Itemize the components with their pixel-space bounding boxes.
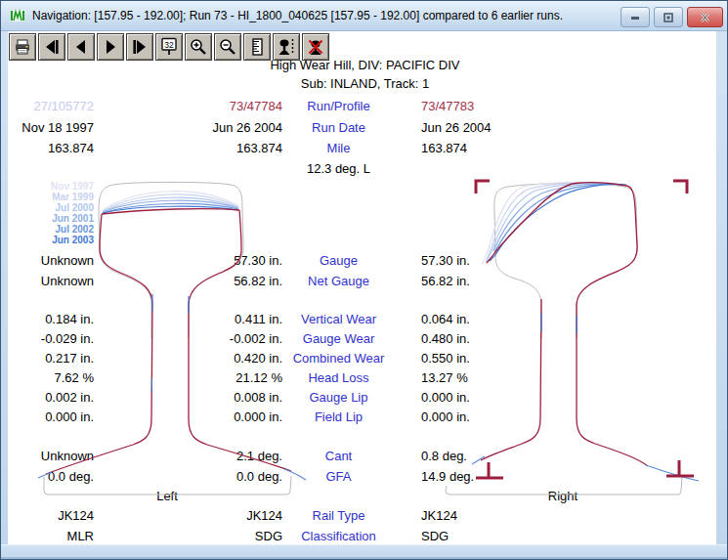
close-icon: [700, 13, 710, 22]
cant-label: Cant: [263, 449, 414, 463]
gauge-row: Unknown 57.30 in. Gauge 57.30 in.: [1, 253, 728, 271]
right-value: SDG: [421, 529, 587, 543]
milepost-sign-icon: 32: [159, 37, 179, 57]
legend-item: Jun 2001: [1, 213, 94, 224]
gauge-wear-row: -0.029 in. -0.002 in. Gauge Wear 0.480 i…: [1, 331, 728, 349]
left-value: 0.002 in.: [3, 390, 94, 405]
toolbar: 32: [9, 33, 331, 60]
legend-item: Jul 2002: [1, 224, 94, 235]
left-value: JK124: [3, 508, 94, 523]
ruler-button[interactable]: [243, 33, 271, 61]
field-lip-row: 0.000 in. 0.000 in. Field Lip 0.000 in.: [1, 409, 728, 427]
right-value: 0.550 in.: [421, 351, 587, 366]
zoom-out-icon: [219, 38, 236, 56]
arrow-right-icon: [102, 38, 119, 56]
minimize-button[interactable]: [621, 7, 650, 27]
step-last-button[interactable]: [126, 33, 153, 61]
left-value: 0.0 deg.: [3, 469, 94, 484]
arrow-left-icon: [72, 38, 90, 56]
left-value: MLR: [3, 529, 94, 543]
rail-type-row: JK124 JK124 Rail Type JK124: [1, 508, 728, 526]
middle-value: 0.000 in.: [138, 409, 282, 424]
middle-value: 0.411 in.: [138, 312, 282, 326]
corner-marker-top-right: [673, 181, 687, 194]
right-value: 56.82 in.: [421, 274, 587, 288]
left-value: 7.62 %: [3, 370, 94, 385]
window-border-left: [1, 1, 8, 559]
gauge-label: Gauge: [263, 253, 414, 268]
right-value: 0.000 in.: [421, 409, 587, 424]
right-mile: 163.874: [421, 141, 587, 155]
right-value: 13.27 %: [421, 370, 587, 385]
close-button[interactable]: [687, 7, 723, 27]
legend-item: Jul 2000: [1, 202, 94, 213]
legend-item: Jun 2003: [1, 235, 94, 245]
rail-measure-button[interactable]: [273, 33, 300, 61]
middle-value: 0.008 in.: [138, 390, 282, 405]
left-value: 0.184 in.: [3, 312, 94, 326]
vertical-wear-label: Vertical Wear: [263, 312, 414, 326]
rail-type-label: Rail Type: [263, 508, 414, 523]
window-title: Navigation: [157.95 - 192.00]; Run 73 - …: [32, 9, 563, 22]
restore-button[interactable]: [654, 7, 683, 27]
run-date-row: Nov 18 1997 Jun 26 2004 Run Date Jun 26 …: [1, 120, 728, 138]
location-subtitle: Sub: INLAND, Track: 1: [1, 76, 728, 94]
net-gauge-row: Unknown 56.82 in. Net Gauge 56.82 in.: [1, 274, 728, 291]
middle-value: 0.420 in.: [138, 351, 282, 366]
middle-value: 56.82 in.: [138, 274, 282, 288]
middle-value: SDG: [138, 529, 282, 543]
middle-value: 0.0 deg.: [138, 469, 282, 484]
oldest-run-id: 27/105772: [3, 99, 94, 113]
curvature-row: 12.3 deg. L: [1, 161, 728, 179]
left-value: -0.029 in.: [3, 331, 94, 346]
middle-mile: 163.874: [138, 141, 282, 155]
middle-value: -0.002 in.: [138, 331, 282, 346]
curvature-value: 12.3 deg. L: [263, 161, 414, 176]
gauge-lip-row: 0.002 in. 0.008 in. Gauge Lip 0.000 in.: [1, 390, 728, 408]
zoom-out-button[interactable]: [214, 33, 241, 61]
middle-value: JK124: [138, 508, 282, 523]
legend-item: Nov 1997: [1, 181, 94, 192]
run-profile-row: 27/105772 73/47784 Run/Profile 73/47783: [1, 99, 728, 116]
middle-value: 57.30 in.: [138, 253, 282, 268]
milepost-button[interactable]: 32: [155, 33, 183, 61]
run-profile-label: Run/Profile: [263, 99, 414, 113]
middle-run-date: Jun 26 2004: [138, 120, 282, 135]
field-lip-label: Field Lip: [263, 409, 414, 424]
right-value: 57.30 in.: [421, 253, 587, 268]
combined-wear-row: 0.217 in. 0.420 in. Combined Wear 0.550 …: [1, 351, 728, 368]
title-bar[interactable]: Navigation: [157.95 - 192.00]; Run 73 - …: [1, 1, 727, 31]
right-value: 14.9 deg.: [421, 469, 587, 484]
run-date-label: Run Date: [263, 120, 414, 135]
net-gauge-label: Net Gauge: [263, 274, 414, 288]
restore-icon: [663, 13, 674, 22]
left-value: Unknown: [3, 449, 94, 463]
gauge-wear-label: Gauge Wear: [263, 331, 414, 346]
left-value: Unknown: [3, 253, 94, 268]
right-run-date: Jun 26 2004: [421, 120, 587, 135]
cant-row: Unknown 2.1 deg. Cant 0.8 deg.: [1, 449, 728, 466]
zoom-in-icon: [190, 38, 207, 56]
left-rail-label: Left: [69, 489, 265, 506]
print-button[interactable]: [9, 33, 36, 61]
next-button[interactable]: [97, 33, 124, 61]
middle-value: 2.1 deg.: [138, 449, 282, 463]
left-value: 0.217 in.: [3, 351, 94, 366]
rail-delete-button[interactable]: [302, 33, 329, 61]
mile-row: 163.874 163.874 Mile 163.874: [1, 141, 728, 158]
left-value: 0.000 in.: [3, 409, 94, 424]
zoom-in-button[interactable]: [185, 33, 212, 61]
run-legend: Nov 1997 Mar 1999 Jul 2000 Jun 2001 Jul …: [1, 181, 94, 245]
middle-value: 21.12 %: [138, 370, 282, 385]
arrow-right-bar-icon: [131, 38, 149, 56]
previous-button[interactable]: [67, 33, 95, 61]
head-loss-row: 7.62 % 21.12 % Head Loss 13.27 %: [1, 370, 728, 388]
combined-wear-label: Combined Wear: [263, 351, 414, 366]
gauge-lip-label: Gauge Lip: [263, 390, 414, 405]
right-value: 0.480 in.: [421, 331, 587, 346]
step-first-button[interactable]: [38, 33, 65, 61]
rail-delete-icon: [307, 38, 324, 56]
corner-marker-top-left: [476, 181, 490, 194]
right-value: 0.000 in.: [421, 390, 587, 405]
ruler-icon: [248, 38, 266, 56]
